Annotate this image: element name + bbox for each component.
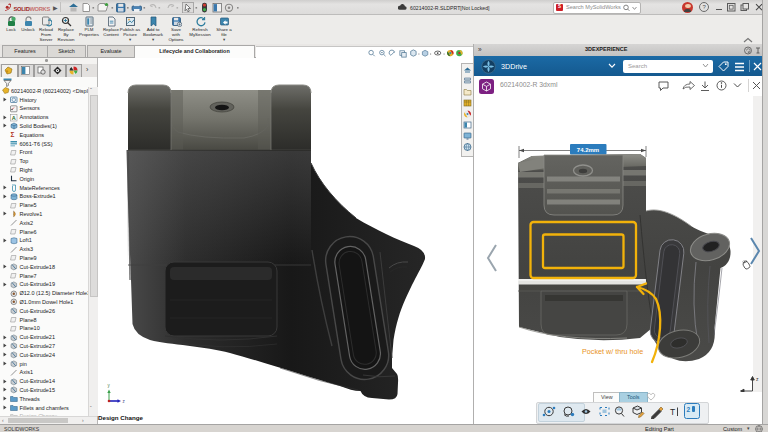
svg-text:z: z bbox=[756, 376, 759, 382]
svg-text:SOLID: SOLID bbox=[14, 6, 30, 12]
svg-text:y: y bbox=[108, 383, 111, 388]
svg-text:Σ: Σ bbox=[11, 131, 15, 138]
svg-text:T: T bbox=[670, 407, 675, 417]
svg-text:z: z bbox=[123, 399, 126, 404]
svg-text:Pocket w/ thru hole: Pocket w/ thru hole bbox=[582, 347, 643, 356]
svg-text:74.2mm: 74.2mm bbox=[577, 147, 599, 153]
svg-text:WORKS: WORKS bbox=[30, 6, 51, 12]
svg-text:A: A bbox=[12, 114, 16, 120]
